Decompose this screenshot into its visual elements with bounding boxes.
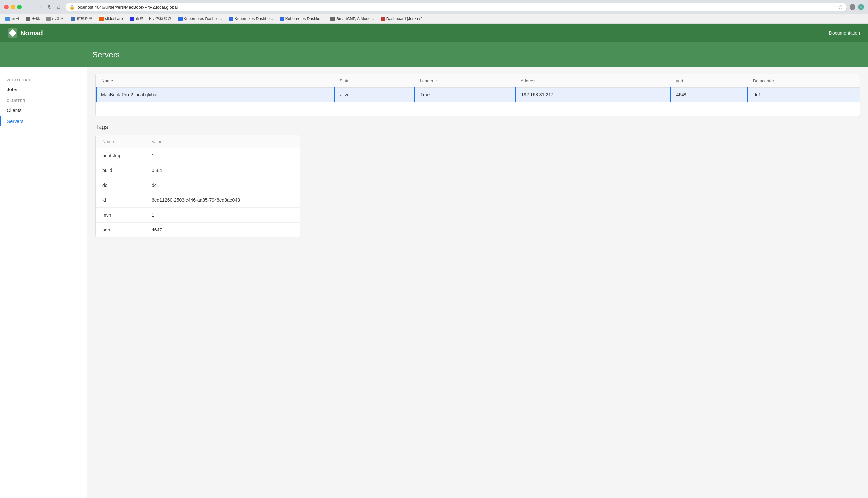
servers-table-head: Name Status Leader ↕ Address port Datace… xyxy=(96,74,860,88)
page-header: Servers xyxy=(0,42,868,67)
forward-button[interactable]: → xyxy=(35,3,44,11)
tags-table-row: dcdc1 xyxy=(96,178,300,193)
content-area: Name Status Leader ↕ Address port Datace… xyxy=(87,67,868,498)
bookmark-label-k8s3: Kubernetes Dashbo... xyxy=(285,16,324,21)
tags-table-row: mvn1 xyxy=(96,208,300,223)
bookmark-label-phone: 手机 xyxy=(32,16,40,22)
bookmark-label-slide: slideshare xyxy=(105,16,123,21)
table-row[interactable]: MacBook-Pro-2.local.globalaliveTrue192.1… xyxy=(96,88,860,102)
bookmark-favicon-baidu xyxy=(130,16,134,21)
bookmark-import[interactable]: 已导入 xyxy=(45,15,65,22)
bookmark-k8s1[interactable]: Kubernetes Dashbo... xyxy=(177,16,223,22)
address-bar[interactable]: 🔒 localhost:4646/ui/servers/MacBook-Pro-… xyxy=(65,3,847,11)
sidebar-section-workload: WORKLOAD xyxy=(0,74,87,84)
maximize-button[interactable] xyxy=(17,5,22,9)
logo-icon xyxy=(8,28,17,38)
cell-name: MacBook-Pro-2.local.global xyxy=(96,88,334,102)
table-row-empty xyxy=(96,102,860,116)
extensions-icon[interactable] xyxy=(850,4,855,10)
tags-title: Tags xyxy=(95,124,860,131)
bookmark-smart[interactable]: SmartCMP, A Mode... xyxy=(329,16,375,22)
tag-name-cell: mvn xyxy=(96,208,145,223)
col-header-leader[interactable]: Leader ↕ xyxy=(415,74,516,88)
browser-window-buttons xyxy=(4,5,22,9)
bookmark-favicon-import xyxy=(46,16,51,21)
back-button[interactable]: ← xyxy=(24,3,34,11)
bookmark-favicon-k8s3 xyxy=(280,16,284,21)
bookmark-k8s3[interactable]: Kubernetes Dashbo... xyxy=(278,16,325,22)
tag-name-cell: build xyxy=(96,163,145,178)
cell-leader: True xyxy=(415,88,516,102)
tag-value-cell: 1 xyxy=(145,148,300,163)
documentation-link[interactable]: Documentation xyxy=(829,30,860,36)
col-header-name: Name xyxy=(96,74,334,88)
bookmark-favicon-ext xyxy=(71,16,75,21)
close-button[interactable] xyxy=(4,5,9,9)
bookmark-label-jenkins: Dashboard [Jenkins] xyxy=(386,16,422,21)
logo-area: Nomad xyxy=(8,28,829,38)
refresh-button[interactable]: ↻ xyxy=(45,3,54,11)
page-title: Servers xyxy=(92,50,776,60)
bookmark-favicon-apps xyxy=(5,16,10,21)
tags-table-container: Name Value bootstrap1build0.8.4dcdc1id6e… xyxy=(95,135,300,237)
col-header-address: Address xyxy=(516,74,670,88)
sidebar-section-cluster: CLUSTER xyxy=(0,95,87,105)
bookmark-favicon-k8s1 xyxy=(178,16,182,21)
tags-table-body: bootstrap1build0.8.4dcdc1id6ed11260-2503… xyxy=(96,148,300,237)
bookmark-k8s2[interactable]: Kubernetes Dashbo... xyxy=(227,16,274,22)
lock-icon: 🔒 xyxy=(69,5,74,10)
bookmark-label-smart: SmartCMP, A Mode... xyxy=(336,16,374,21)
bookmark-label-import: 已导入 xyxy=(52,16,64,22)
servers-table-container: Name Status Leader ↕ Address port Datace… xyxy=(95,74,860,116)
bookmark-apps[interactable]: 应用 xyxy=(4,15,21,22)
bookmark-label-k8s1: Kubernetes Dashbo... xyxy=(184,16,222,21)
col-header-port: port xyxy=(670,74,748,88)
cell-port: 4648 xyxy=(670,88,748,102)
bookmark-favicon-smart xyxy=(330,16,335,21)
bookmark-label-k8s2: Kubernetes Dashbo... xyxy=(235,16,273,21)
bookmark-label-ext: 扩展程序 xyxy=(77,16,92,22)
sidebar-item-clients[interactable]: Clients xyxy=(0,105,87,116)
servers-table-body: MacBook-Pro-2.local.globalaliveTrue192.1… xyxy=(96,88,860,116)
cell-datacenter: dc1 xyxy=(748,88,860,102)
tag-value-cell: 4647 xyxy=(145,223,300,237)
tag-name-cell: port xyxy=(96,223,145,237)
bookmark-icon[interactable]: ☆ xyxy=(838,4,843,10)
cell-status: alive xyxy=(334,88,415,102)
bookmark-favicon-k8s2 xyxy=(229,16,233,21)
bookmarks-bar: 应用 手机 已导入 扩展程序 slideshare 百度一下，你就知道 Kube… xyxy=(0,14,868,24)
bookmark-favicon-phone xyxy=(26,16,30,21)
bookmark-ext[interactable]: 扩展程序 xyxy=(69,15,94,22)
profile-icon[interactable]: N xyxy=(858,4,864,10)
browser-toolbar: ← → ↻ ⌂ 🔒 localhost:4646/ui/servers/MacB… xyxy=(0,0,868,14)
empty-cell xyxy=(96,102,860,116)
bookmark-slide[interactable]: slideshare xyxy=(98,16,124,22)
col-header-datacenter: Datacenter xyxy=(748,74,860,88)
logo-text[interactable]: Nomad xyxy=(21,29,43,37)
home-button[interactable]: ⌂ xyxy=(55,3,63,11)
tag-name-cell: id xyxy=(96,193,145,208)
sidebar-item-jobs[interactable]: Jobs xyxy=(0,84,87,95)
minimize-button[interactable] xyxy=(11,5,15,9)
bookmark-label-apps: 应用 xyxy=(11,16,19,22)
tags-table-row: id6ed11260-2503-c446-aa85-7948ed8ae043 xyxy=(96,193,300,208)
tag-value-cell: 0.8.4 xyxy=(145,163,300,178)
tag-name-cell: dc xyxy=(96,178,145,193)
col-header-status: Status xyxy=(334,74,415,88)
browser-chrome: ← → ↻ ⌂ 🔒 localhost:4646/ui/servers/MacB… xyxy=(0,0,868,24)
tags-table-head: Name Value xyxy=(96,135,300,148)
url-text: localhost:4646/ui/servers/MacBook-Pro-2.… xyxy=(77,5,836,10)
bookmark-favicon-slide xyxy=(99,16,104,21)
browser-nav-buttons: ← → ↻ ⌂ xyxy=(24,3,63,11)
app: Nomad Documentation Servers WORKLOAD Job… xyxy=(0,24,868,498)
sidebar-item-servers[interactable]: Servers xyxy=(0,116,87,127)
bookmark-baidu[interactable]: 百度一下，你就知道 xyxy=(128,15,173,22)
tags-header-row: Name Value xyxy=(96,135,300,148)
servers-table: Name Status Leader ↕ Address port Datace… xyxy=(96,74,860,116)
tags-table: Name Value bootstrap1build0.8.4dcdc1id6e… xyxy=(96,135,300,237)
tag-value-cell: dc1 xyxy=(145,178,300,193)
bookmark-jenkins[interactable]: Dashboard [Jenkins] xyxy=(379,16,424,22)
servers-table-header-row: Name Status Leader ↕ Address port Datace… xyxy=(96,74,860,88)
tags-table-row: build0.8.4 xyxy=(96,163,300,178)
bookmark-phone[interactable]: 手机 xyxy=(24,15,41,22)
